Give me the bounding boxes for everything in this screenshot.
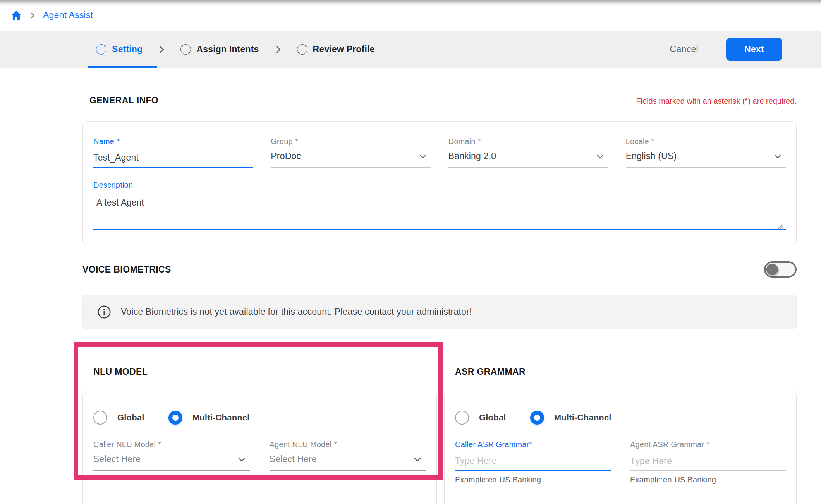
agent-nlu-model-select[interactable]: Select Here	[270, 452, 426, 471]
description-field: Description A test Agent	[93, 181, 786, 231]
wizard-actions: Cancel Next	[670, 38, 782, 61]
domain-value: Banking 2.0	[448, 151, 496, 161]
agent-nlu-model-label: Agent NLU Model *	[270, 440, 426, 449]
chevron-right-icon	[28, 11, 37, 20]
stepper-bar: Setting Assign Intents Review Profile Ca…	[0, 31, 821, 68]
caller-nlu-model-label: Caller NLU Model *	[93, 440, 250, 449]
asr-multi-channel-label: Multi-Channel	[554, 413, 611, 423]
caller-asr-grammar-hint: Example:en-US.Banking	[455, 475, 611, 484]
chevron-right-icon	[273, 45, 283, 55]
step-setting[interactable]: Setting	[96, 44, 143, 55]
voice-biometrics-toggle[interactable]	[764, 261, 797, 278]
general-info-card: Name * Group * ProDoc Domain *	[82, 121, 797, 245]
page-content: GENERAL INFO Fields marked with an aster…	[0, 95, 821, 504]
nlu-model-title: NLU MODEL	[82, 367, 437, 377]
agent-asr-grammar-hint: Example:en-US.Banking	[630, 475, 786, 484]
step-review-profile[interactable]: Review Profile	[297, 44, 375, 55]
agent-asr-grammar-label: Agent ASR Grammar *	[630, 440, 786, 449]
chevron-down-icon	[418, 151, 428, 161]
breadcrumb-link-agent-assist[interactable]: Agent Assist	[43, 10, 93, 21]
step-label: Review Profile	[313, 44, 375, 55]
chevron-down-icon	[595, 151, 605, 161]
caller-asr-grammar-label: Caller ASR Grammar*	[455, 440, 611, 449]
nlu-model-section: NLU MODEL Global Multi-Channel Caller NL…	[82, 367, 437, 504]
group-field: Group * ProDoc	[271, 137, 431, 168]
step-circle-icon	[180, 44, 191, 55]
group-label: Group *	[271, 137, 431, 146]
locale-label: Locale *	[626, 137, 786, 146]
asr-grammar-card: Global Multi-Channel Caller ASR Grammar*…	[444, 391, 797, 504]
agent-nlu-model-field: Agent NLU Model * Select Here	[270, 440, 426, 471]
domain-label: Domain *	[448, 137, 608, 146]
step-label: Setting	[112, 44, 143, 55]
info-icon	[97, 305, 112, 319]
info-message: Voice Biometrics is not yet available fo…	[121, 307, 472, 317]
chevron-right-icon	[156, 45, 167, 55]
asr-multi-channel-radio[interactable]	[530, 411, 544, 425]
nlu-global-label: Global	[117, 413, 144, 423]
caller-nlu-model-field: Caller NLU Model * Select Here	[93, 440, 250, 471]
description-textarea[interactable]: A test Agent	[93, 194, 786, 230]
agent-asr-grammar-input[interactable]	[630, 456, 786, 466]
chevron-down-icon	[412, 454, 423, 465]
home-icon[interactable]	[10, 10, 22, 21]
caller-asr-grammar-field: Caller ASR Grammar* Example:en-US.Bankin…	[455, 440, 611, 484]
cancel-button[interactable]: Cancel	[670, 44, 698, 55]
step-label: Assign Intents	[196, 44, 259, 55]
domain-field: Domain * Banking 2.0	[448, 137, 608, 168]
group-select[interactable]: ProDoc	[271, 149, 431, 168]
agent-assist-settings-page: Agent Assist Setting Assign Intents Revi…	[0, 0, 821, 504]
resize-handle-icon[interactable]	[776, 223, 783, 230]
asr-global-radio[interactable]	[455, 411, 469, 425]
caller-nlu-model-select[interactable]: Select Here	[93, 452, 250, 471]
breadcrumb: Agent Assist	[0, 0, 821, 31]
nlu-global-radio[interactable]	[93, 411, 107, 425]
caller-nlu-model-placeholder: Select Here	[93, 454, 141, 465]
nlu-multi-channel-radio[interactable]	[168, 411, 182, 425]
locale-select[interactable]: English (US)	[626, 149, 786, 168]
voice-biometrics-info-banner: Voice Biometrics is not yet available fo…	[82, 295, 797, 329]
description-label: Description	[93, 181, 786, 190]
domain-select[interactable]: Banking 2.0	[448, 149, 608, 168]
step-assign-intents[interactable]: Assign Intents	[180, 44, 259, 55]
caller-asr-grammar-input[interactable]	[455, 456, 611, 466]
name-input[interactable]	[93, 153, 253, 163]
agent-asr-grammar-field: Agent ASR Grammar * Example:en-US.Bankin…	[630, 440, 786, 484]
asr-grammar-title: ASR GRAMMAR	[444, 367, 797, 377]
chevron-down-icon	[773, 151, 783, 161]
general-info-title: GENERAL INFO	[82, 95, 158, 106]
group-value: ProDoc	[271, 151, 301, 161]
nlu-model-card: Global Multi-Channel Caller NLU Model * …	[82, 391, 437, 504]
step-circle-icon	[297, 44, 307, 55]
nlu-multi-channel-label: Multi-Channel	[192, 413, 250, 423]
name-field: Name *	[93, 137, 253, 168]
active-step-underline	[88, 66, 157, 68]
asr-global-label: Global	[479, 413, 506, 423]
asr-grammar-section: ASR GRAMMAR Global Multi-Channel Caller …	[444, 367, 797, 504]
step-circle-icon	[96, 44, 106, 55]
next-button[interactable]: Next	[726, 38, 782, 61]
locale-field: Locale * English (US)	[626, 137, 786, 168]
locale-value: English (US)	[626, 151, 677, 161]
name-label: Name *	[93, 137, 253, 146]
agent-nlu-model-placeholder: Select Here	[270, 454, 317, 465]
voice-biometrics-title: VOICE BIOMETRICS	[82, 264, 171, 275]
required-fields-note: Fields marked with an asterisk (*) are r…	[636, 97, 797, 106]
stepper: Setting Assign Intents Review Profile	[96, 44, 375, 55]
chevron-down-icon	[236, 454, 247, 465]
toggle-knob	[766, 264, 778, 275]
